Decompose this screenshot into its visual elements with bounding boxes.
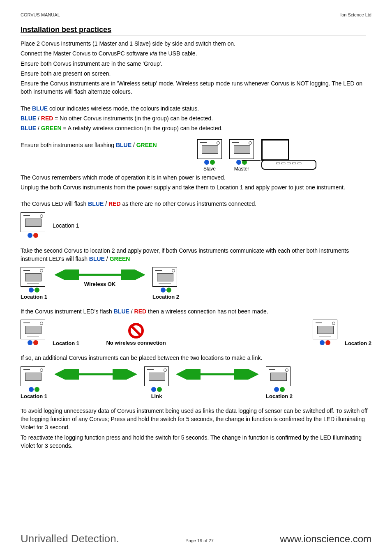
page-footer: Unrivalled Detection. Page 19 of 27 www.… (21, 532, 371, 545)
footer-url: www.ionscience.com (280, 533, 371, 545)
device-loc1-link: Location 1 (21, 366, 47, 399)
led-blue-icon (151, 387, 156, 392)
device-loc2-link: Location 2 (266, 366, 293, 399)
link-label: Link (144, 393, 169, 399)
header-left: CORVUS MANUAL (21, 12, 60, 17)
led-blue-icon (28, 233, 32, 238)
intro-line-5: Ensure the Corvus instruments are in 'Wi… (21, 79, 371, 96)
no-wireless-label: No wireless connection (106, 340, 166, 346)
ensure-flashing-line: Ensure both instruments are flashing BLU… (21, 141, 185, 149)
if-red-line: If the Corvus instrument LED's flash BLU… (21, 307, 371, 315)
loc1-label-b: Location 1 (21, 294, 47, 300)
footer-tagline: Unrivalled Detection. (21, 532, 119, 545)
diagram-slave-master-laptop: Slave Master ▭▭▭▭▭ (197, 139, 316, 172)
svg-line-2 (131, 326, 141, 335)
device-slave-body (197, 139, 222, 159)
double-arrow-green-icon (55, 369, 137, 380)
led-blue-icon (161, 288, 166, 292)
device-master-body (229, 139, 254, 159)
slash-2: / (36, 125, 41, 131)
status-green-1: GREEN (41, 125, 62, 131)
avoid-logging-p1: To avoid logging unnecessary data of Cor… (21, 407, 371, 432)
status-intro-b: colour indicates wireless mode, the colo… (48, 105, 199, 112)
status-line-blue-green: BLUE / GREEN = A reliably wireless conne… (21, 124, 371, 132)
intro-line-1: Place 2 Corvus instruments (1 Master and… (21, 39, 371, 48)
device-loc1-ok: Location 1 (21, 267, 47, 300)
intro-line-2b: the USB cable. (157, 50, 197, 57)
take-second-green: GREEN (110, 256, 130, 262)
led-green-icon (210, 160, 215, 165)
take-second-pre: Take the second Corvus to location 2 and… (21, 247, 349, 262)
device-loc2-ok: Location 2 (152, 267, 179, 300)
ensure-green: GREEN (136, 142, 157, 148)
footer-page-no: 19 (197, 538, 202, 543)
status-blue-2: BLUE (21, 125, 36, 131)
footer-mid-pre: Page (185, 538, 197, 543)
slash-6: / (129, 308, 134, 315)
loc2-label-c: Location 2 (266, 393, 293, 399)
loc2-label-b: Location 2 (345, 340, 371, 346)
if-red-pre: If the Corvus instrument LED's flash (21, 308, 114, 315)
status-line1-after: = No other Corvus instruments (in the gr… (53, 115, 213, 122)
device-loc1-bluered (21, 212, 45, 239)
status-red-1: RED (41, 115, 53, 122)
footer-page-total: 27 (209, 538, 214, 543)
status-intro-a: The (21, 105, 32, 112)
remember-p1: The Corvus remembers which mode of opera… (21, 173, 371, 182)
status-line-blue-red: BLUE / RED = No other Corvus instruments… (21, 114, 371, 122)
led-green-icon (157, 387, 162, 392)
ensure-blue: BLUE (116, 142, 131, 148)
footer-mid-mid: of (202, 538, 208, 543)
laptop-keyboard-icon: ▭▭▭▭▭ (262, 160, 316, 166)
led-blue-icon (274, 387, 279, 392)
device-link: Link (144, 366, 169, 399)
status-line2-after: = A reliably wireless connection (in the… (62, 125, 223, 131)
led-blue-icon (29, 387, 34, 392)
location1-label-a: Location 1 (53, 222, 79, 229)
status-blue-word: BLUE (32, 105, 48, 112)
status-blue-1: BLUE (21, 115, 36, 122)
loc2-label-a: Location 2 (152, 294, 179, 300)
status-intro: The BLUE colour indicates wireless mode,… (21, 104, 371, 113)
if-red-blue: BLUE (114, 308, 129, 315)
if-red-red: RED (134, 308, 147, 315)
remember-p2: Unplug the both Corvus instruments from … (21, 183, 371, 191)
no-entry-icon (128, 322, 144, 339)
loc1-label-d: Location 1 (21, 393, 47, 399)
led-green-icon (35, 387, 39, 392)
led-blue-icon (320, 340, 325, 345)
slash-5: / (105, 256, 110, 262)
led-blue-icon (28, 340, 32, 345)
led-red-icon (325, 340, 330, 345)
led-red-icon (33, 340, 38, 345)
device-slave: Slave (197, 139, 222, 172)
intro-line-2: Connect the Master Corvus to CorvusPC so… (21, 49, 371, 58)
link-arrow-left (55, 369, 137, 380)
led-red-icon (33, 233, 38, 238)
link-arrow-right (176, 369, 258, 380)
device-loc2-no (313, 320, 337, 346)
usb-cable-line (242, 160, 261, 161)
intro-line-4: Ensure both are present on screen. (21, 69, 371, 78)
take-second-blue: BLUE (89, 256, 105, 262)
device-loc1-no (21, 320, 45, 346)
if-so-extra: If so, an additional Corvus instruments … (21, 354, 371, 362)
diagram-link: Location 1 Link Location 2 (21, 366, 371, 399)
led-flash-blue: BLUE (88, 200, 104, 207)
led-green-icon (35, 288, 39, 292)
page: CORVUS MANUAL Ion Science Ltd Installati… (0, 0, 392, 555)
led-green-icon (166, 288, 171, 292)
slash-1: / (36, 115, 41, 122)
page-header: CORVUS MANUAL Ion Science Ltd (21, 12, 371, 17)
take-second-line: Take the second Corvus to location 2 and… (21, 246, 371, 263)
led-flash-blue-red: The Corvus LED will flash BLUE / RED as … (21, 200, 371, 208)
intro-line-3: Ensure both Corvus instrument are in the… (21, 60, 371, 68)
device-slave-label: Slave (203, 166, 216, 172)
intro-line-2a: Connect the Master Corvus to CorvusPC so… (21, 50, 150, 57)
laptop-icon: ▭▭▭▭▭ (261, 139, 316, 170)
if-red-post: then a wireless connection has not been … (146, 308, 268, 315)
no-wireless-center: No wireless connection (87, 322, 185, 346)
section-title: Installation best practices (21, 25, 366, 35)
double-arrow-green-icon (55, 269, 145, 280)
slash-3: / (131, 142, 136, 148)
